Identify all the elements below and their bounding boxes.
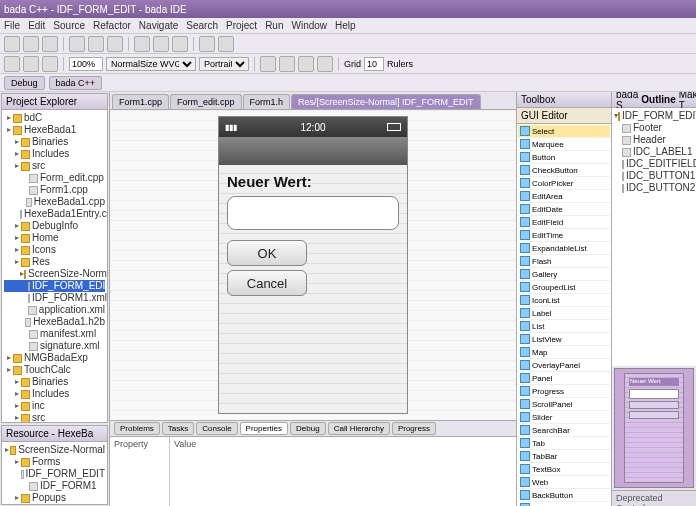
tree-item[interactable]: manifest.xml	[4, 328, 105, 340]
toolbox-item[interactable]: Marquee	[518, 138, 610, 151]
new-button[interactable]	[4, 36, 20, 52]
tree-item[interactable]: Form_edit.cpp	[4, 172, 105, 184]
tree-item[interactable]: ▸HexeBada1	[4, 124, 105, 136]
zoom-input[interactable]	[69, 57, 103, 71]
toolbox-item[interactable]: Gallery	[518, 268, 610, 281]
toolbox-item[interactable]: EditField	[518, 216, 610, 229]
menu-refactor[interactable]: Refactor	[93, 20, 131, 31]
bottom-tab[interactable]: Call Hierarchy	[328, 422, 390, 435]
toolbox-item[interactable]: IconList	[518, 294, 610, 307]
nav-forward-button[interactable]	[218, 36, 234, 52]
menu-source[interactable]: Source	[53, 20, 85, 31]
tree-item[interactable]: ▸Home	[4, 232, 105, 244]
form-label[interactable]: Neuer Wert:	[227, 173, 399, 190]
tree-item[interactable]: IDF_FORM_EDIT.x	[4, 280, 105, 292]
outline-item[interactable]: IDC_BUTTON1	[614, 170, 694, 182]
resource-tree[interactable]: ▸ScreenSize-Normal▸FormsIDF_FORM_EDITIDF…	[2, 442, 107, 504]
outline-item[interactable]: Header	[614, 134, 694, 146]
toolbox-item[interactable]: Map	[518, 346, 610, 359]
align-button[interactable]	[317, 56, 333, 72]
toolbox-item[interactable]: Panel	[518, 372, 610, 385]
align-button[interactable]	[279, 56, 295, 72]
tree-item[interactable]: ▸Includes	[4, 388, 105, 400]
bottom-tab[interactable]: Properties	[240, 422, 288, 435]
bottom-tab[interactable]: Debug	[290, 422, 326, 435]
tree-item[interactable]: ▸ScreenSize-Normal	[4, 444, 105, 456]
outline-item[interactable]: IDC_LABEL1	[614, 146, 694, 158]
toolbox-list[interactable]: SelectMarqueeButtonCheckButtonColorPicke…	[517, 124, 611, 506]
tree-item[interactable]: ▸Forms	[4, 456, 105, 468]
menu-edit[interactable]: Edit	[28, 20, 45, 31]
form-editfield[interactable]	[227, 196, 399, 230]
tree-item[interactable]: HexeBada1.cpp	[4, 196, 105, 208]
bottom-tab[interactable]: Problems	[114, 422, 160, 435]
outline-item[interactable]: Footer	[614, 122, 694, 134]
toolbox-item[interactable]: OverlayPanel	[518, 359, 610, 372]
menu-help[interactable]: Help	[335, 20, 356, 31]
outline-item[interactable]: IDC_BUTTON2	[614, 182, 694, 194]
debug-button[interactable]	[88, 36, 104, 52]
tool-button[interactable]	[42, 56, 58, 72]
toolbox-item[interactable]: Web	[518, 476, 610, 489]
tree-item[interactable]: IDF_FORM1.xml	[4, 292, 105, 304]
toolbox-item[interactable]: EditDate	[518, 203, 610, 216]
toolbox-item[interactable]: EditArea	[518, 190, 610, 203]
toolbox-item[interactable]: CheckButton	[518, 164, 610, 177]
toolbox-item[interactable]: ColorPicker	[518, 177, 610, 190]
toolbox-item[interactable]: TabBar	[518, 450, 610, 463]
form-designer-canvas[interactable]: ▮▮▮ 12:00 Neuer Wert: OK Cancel	[110, 110, 516, 420]
tool-button[interactable]	[4, 56, 20, 72]
tree-item[interactable]: ▸DebugInfo	[4, 220, 105, 232]
tree-item[interactable]: HexeBada1Entry.cpp	[4, 208, 105, 220]
tool-button[interactable]	[23, 56, 39, 72]
toolbox-item[interactable]: ButtonItem	[518, 502, 610, 506]
toolbox-item[interactable]: ListView	[518, 333, 610, 346]
tree-item[interactable]: ▸src	[4, 160, 105, 172]
rulers-label[interactable]: Rulers	[387, 59, 413, 69]
tool-button[interactable]	[134, 36, 150, 52]
toolbox-item[interactable]: TextBox	[518, 463, 610, 476]
tree-item[interactable]: ▸bdC	[4, 112, 105, 124]
editor-tab[interactable]: Form1.cpp	[112, 94, 169, 109]
align-button[interactable]	[260, 56, 276, 72]
toolbox-item[interactable]: ScrollPanel	[518, 398, 610, 411]
tree-item[interactable]: IDF_FORM1	[4, 480, 105, 492]
phone-form-body[interactable]: Neuer Wert: OK Cancel	[219, 165, 407, 413]
toolbox-item[interactable]: Slider	[518, 411, 610, 424]
menu-navigate[interactable]: Navigate	[139, 20, 178, 31]
save-all-button[interactable]	[42, 36, 58, 52]
form-ok-button[interactable]: OK	[227, 240, 307, 266]
editor-tab[interactable]: Form1.h	[243, 94, 291, 109]
tab-outline[interactable]: Outline	[641, 94, 675, 105]
tree-item[interactable]: ▸ScreenSize-Normal	[4, 268, 105, 280]
menu-search[interactable]: Search	[186, 20, 218, 31]
tree-item[interactable]: ▸inc	[4, 400, 105, 412]
menu-window[interactable]: Window	[291, 20, 327, 31]
toolbox-section[interactable]: GUI Editor	[517, 108, 611, 124]
toolbox-item[interactable]: List	[518, 320, 610, 333]
tool-button[interactable]	[153, 36, 169, 52]
project-explorer-tree[interactable]: ▸bdC▸HexeBada1▸Binaries▸Includes▸srcForm…	[2, 110, 107, 422]
toolbox-item[interactable]: ExpandableList	[518, 242, 610, 255]
run-button[interactable]	[107, 36, 123, 52]
perspective-debug[interactable]: Debug	[4, 76, 45, 90]
bottom-tab[interactable]: Console	[196, 422, 237, 435]
tree-item[interactable]: Form1.cpp	[4, 184, 105, 196]
grid-input[interactable]	[364, 57, 384, 71]
tree-item[interactable]: ▸src	[4, 412, 105, 422]
perspective-bada[interactable]: bada C++	[49, 76, 103, 90]
tree-item[interactable]: application.xml	[4, 304, 105, 316]
bottom-tab[interactable]: Progress	[392, 422, 436, 435]
tree-item[interactable]: ▸Includes	[4, 148, 105, 160]
tree-item[interactable]: signature.xml	[4, 340, 105, 352]
toolbox-item[interactable]: SearchBar	[518, 424, 610, 437]
save-button[interactable]	[23, 36, 39, 52]
toolbox-item[interactable]: Flash	[518, 255, 610, 268]
tree-item[interactable]: ▸Icons	[4, 244, 105, 256]
tool-button[interactable]	[172, 36, 188, 52]
tree-item[interactable]: HexeBada1.h2b	[4, 316, 105, 328]
tree-item[interactable]: ▸Binaries	[4, 136, 105, 148]
nav-back-button[interactable]	[199, 36, 215, 52]
tree-item[interactable]: ▸Popups	[4, 492, 105, 504]
bottom-tab[interactable]: Tasks	[162, 422, 194, 435]
